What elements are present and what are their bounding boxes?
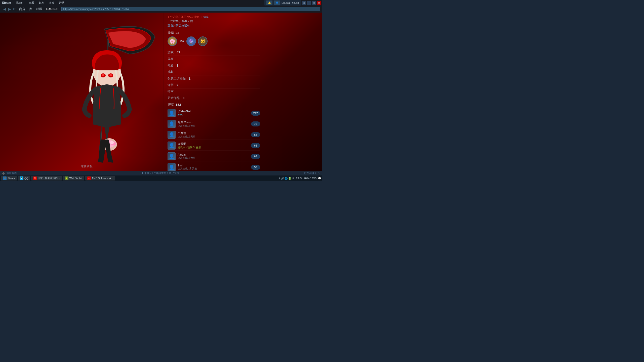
guides-label: 指南 [168, 89, 174, 94]
menu-friends[interactable]: 好友 [37, 1, 46, 5]
friend-games-4: 63 [251, 154, 260, 159]
friends-btn[interactable]: 👤 [274, 1, 280, 5]
user-info: 🔔 👤 Exusiai ¥8.88 [264, 0, 301, 6]
stat-workshop[interactable]: 创意工坊物品 1 [168, 75, 260, 81]
nav-profile[interactable]: EXUSIAI [46, 7, 58, 11]
taskbar-daily[interactable]: 🔴 日常 - 特莉波卡的... [31, 176, 62, 180]
download-text: 下载 - 1 个项目中的 1 项已完成 [144, 172, 179, 174]
badges-label: 徽章 [168, 30, 174, 35]
menu-games[interactable]: 游戏 [47, 1, 56, 5]
steam-taskbar-label: Steam [8, 177, 15, 180]
stat-reviews[interactable]: 评测 2 [168, 82, 260, 87]
friend-status-1: 上次在线 3 天前 [178, 124, 249, 128]
nav-forward-button[interactable]: ▶ [7, 7, 12, 12]
friend-item[interactable]: 👤 Enri 上次在线 12 天前 53 [168, 162, 260, 171]
profile-panel: 1 个记录在案的 VAC 封禁 | 信息 上次封禁于 878 天前 查看封禁历史… [164, 13, 264, 171]
status-bar-left: ➕ 添加游戏 [2, 171, 17, 175]
url-bar[interactable]: https://steamcommunity.com/profiles/7656… [61, 7, 320, 11]
artwork-count: 8 [183, 96, 184, 100]
add-game-text[interactable]: 添加游戏 [7, 171, 17, 175]
badges-title: 徽章 23 [168, 30, 260, 35]
badge-3[interactable]: 🐱 [198, 36, 208, 46]
svg-point-5 [102, 74, 104, 76]
steam-taskbar-icon: 🎮 [3, 176, 7, 180]
friend-games-1: 70 [251, 121, 260, 126]
friend-item[interactable]: 👤 疯蛋蛋 游戏中 - 狂暴 3: 狂暴 66 [168, 141, 260, 151]
minimize-btn[interactable]: — [307, 1, 311, 5]
stat-artwork[interactable]: 艺术作品 8 [168, 95, 260, 100]
amd-taskbar-label: AMD Software: A... [92, 177, 113, 180]
ban-history-link[interactable]: 查看封禁历史记录 [168, 24, 260, 27]
vac-ban-notice: 1 个记录在案的 VAC 封禁 | 信息 [168, 15, 260, 19]
stat-screenshots[interactable]: 截图 3 [168, 62, 260, 68]
nav-community[interactable]: 社区 [36, 7, 42, 11]
friend-name-0: 彼XiaofFei [178, 110, 249, 113]
nav-bar: ◀ ▶ ⟳ 商店 库 社区 EXUSIAI https://steamcommu… [0, 6, 322, 13]
friend-avatar-3: 👤 [168, 142, 176, 150]
friend-status-2: 上次在线 2 天前 [178, 135, 249, 139]
friends-count: 153 [176, 103, 181, 107]
menu-steam[interactable]: Steam [14, 1, 26, 5]
nav-store[interactable]: 商店 [19, 7, 25, 11]
videos-label: 视频 [168, 70, 174, 74]
stat-games[interactable]: 游戏 47 [168, 49, 260, 55]
monitor-btn[interactable]: ⊡ [302, 1, 306, 5]
badges-section: 徽章 23 🌸 25+ 🔮 🐱 [168, 30, 260, 46]
title-bar: Steam Steam 查看 好友 游戏 帮助 🔔 👤 Exusiai ¥8.8… [0, 0, 322, 6]
friend-status-0: 在线 [178, 113, 249, 117]
friend-name-3: 疯蛋蛋 [178, 142, 249, 146]
badge-level: 25+ [180, 40, 184, 43]
character-svg [59, 16, 155, 167]
friend-info-3: 疯蛋蛋 游戏中 - 狂暴 3: 狂暴 [178, 142, 249, 149]
nav-library[interactable]: 库 [29, 7, 32, 11]
friend-item[interactable]: 👤 小魔包 上次在线 2 天前 68 [168, 130, 260, 140]
friend-item[interactable]: 👤 彼XiaofFei 在线 212 [168, 108, 260, 118]
showcase-label: 评测展柜 [80, 164, 93, 168]
friend-avatar-2: 👤 [168, 131, 176, 139]
close-btn[interactable]: ✕ [317, 1, 321, 5]
friend-item[interactable]: 👤 九席.Cuerro 上次在线 3 天前 70 [168, 119, 260, 129]
badge-2[interactable]: 🔮 [186, 36, 196, 46]
taskbar-icons: ⬆ 🔊 🌐 🔋 🖥 [278, 177, 295, 180]
friend-info-5: Enri 上次在线 12 天前 [178, 164, 249, 170]
url-text: https://steamcommunity.com/profiles/7656… [63, 8, 129, 11]
badges-row: 🌸 25+ 🔮 🐱 [168, 36, 260, 46]
qq-taskbar-label: QQ [24, 177, 28, 180]
daily-taskbar-icon: 🔴 [33, 176, 37, 180]
stat-guides[interactable]: 指南 [168, 88, 260, 94]
taskbar-steam[interactable]: 🎮 Steam [1, 176, 17, 180]
maximize-btn[interactable]: □ [312, 1, 316, 5]
menu-help[interactable]: 帮助 [57, 1, 66, 5]
friend-status-5: 上次在线 12 天前 [178, 167, 249, 170]
nav-back-button[interactable]: ◀ [2, 7, 7, 12]
taskbar-watt[interactable]: ⚡ Watt Toolkit [63, 176, 84, 180]
taskbar-date: 2024/12/15 [304, 177, 316, 180]
taskbar-amd[interactable]: 🔺 AMD Software: A... [85, 176, 115, 180]
menu-bar: Steam 查看 好友 游戏 帮助 [14, 1, 66, 5]
taskbar-notification-btn[interactable]: 💬 [318, 177, 321, 180]
menu-view[interactable]: 查看 [27, 1, 36, 5]
screenshots-count: 3 [177, 64, 178, 67]
stat-videos[interactable]: 视频 [168, 69, 260, 74]
title-bar-right: 🔔 👤 Exusiai ¥8.88 ⊡ — □ ✕ [264, 0, 322, 6]
friends-title: 好友 153 [168, 102, 260, 107]
qq-taskbar-icon: 🐧 [20, 176, 23, 180]
main-content: 1 个记录在案的 VAC 封禁 | 信息 上次封禁于 878 天前 查看封禁历史… [0, 13, 322, 171]
friends-chat-text[interactable]: 好友与聊天 △ [304, 172, 320, 174]
stat-inventory[interactable]: 库存 [168, 56, 260, 61]
vac-info-link[interactable]: 信息 [203, 15, 209, 18]
badge-1[interactable]: 🌸 [168, 36, 177, 46]
taskbar-time: 23:04 [296, 177, 302, 180]
friend-games-3: 66 [251, 143, 260, 148]
friend-avatar-0: 👤 [168, 109, 176, 117]
svg-point-6 [109, 74, 112, 76]
last-ban-text: 上次封禁于 878 天前 [168, 19, 260, 23]
inventory-label: 库存 [168, 57, 174, 61]
friend-item[interactable]: 👤 Aftrain 上次在线 3 天前 63 [168, 152, 260, 161]
notification-btn[interactable]: 🔔 [266, 1, 272, 5]
nav-home-button[interactable]: ⟳ [12, 7, 17, 12]
title-bar-left: Steam Steam 查看 好友 游戏 帮助 [0, 1, 66, 5]
vac-ban-text: 1 个记录在案的 VAC 封禁 [168, 15, 199, 18]
stats-section: 游戏 47 库存 截图 3 视频 创意工坊物品 1 评测 2 指南 [168, 49, 260, 100]
taskbar-qq[interactable]: 🐧 QQ [18, 176, 30, 180]
